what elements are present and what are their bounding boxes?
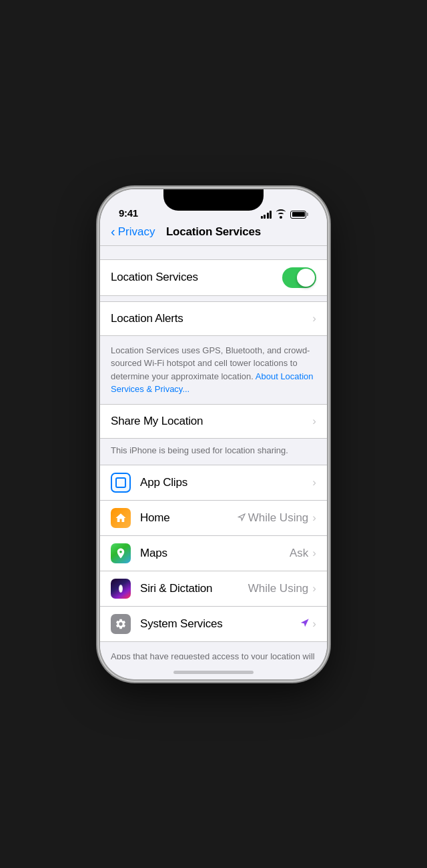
location-services-label: Location Services: [111, 271, 282, 284]
maps-value: Ask: [290, 547, 308, 560]
home-house-icon: [115, 512, 127, 524]
location-alerts-group: Location Alerts ›: [100, 301, 327, 336]
share-my-location-label: Share My Location: [111, 415, 312, 428]
svg-point-2: [120, 586, 122, 591]
apps-group: App Clips › Home: [100, 465, 327, 642]
toggle-knob: [297, 269, 315, 287]
siri-dictation-row[interactable]: Siri & Dictation While Using ›: [100, 571, 327, 606]
siri-dictation-value: While Using: [248, 582, 309, 595]
maps-label: Maps: [140, 547, 290, 560]
location-services-toggle[interactable]: [282, 267, 316, 288]
back-chevron-icon: ‹: [111, 225, 115, 238]
home-location-arrow-icon: [238, 513, 246, 523]
system-services-chevron-icon: ›: [312, 617, 316, 631]
system-services-label: System Services: [140, 617, 300, 631]
location-services-row[interactable]: Location Services: [100, 260, 327, 295]
siri-app-icon: [111, 579, 131, 599]
siri-wave-icon: [115, 583, 126, 595]
app-clips-row[interactable]: App Clips ›: [100, 465, 327, 500]
share-my-location-row[interactable]: Share My Location ›: [100, 405, 327, 438]
back-label: Privacy: [118, 225, 155, 239]
phone-shell: 9:41 ‹: [100, 189, 327, 679]
svg-marker-0: [238, 514, 245, 521]
home-row[interactable]: Home While Using ›: [100, 500, 327, 535]
home-label: Home: [140, 511, 238, 525]
location-alerts-label: Location Alerts: [111, 312, 312, 325]
gear-icon: [115, 618, 127, 630]
maps-marker-icon: [115, 547, 127, 559]
screen: 9:41 ‹: [100, 189, 327, 679]
maps-row[interactable]: Maps Ask ›: [100, 535, 327, 571]
home-value: While Using: [248, 511, 309, 525]
back-button[interactable]: ‹ Privacy: [111, 225, 155, 239]
home-app-icon: [111, 508, 131, 528]
page-title: Location Services: [166, 225, 261, 239]
system-services-row[interactable]: System Services ›: [100, 606, 327, 641]
share-my-location-chevron-icon: ›: [312, 415, 316, 428]
status-icons: [261, 211, 309, 219]
maps-app-icon: [111, 543, 131, 563]
home-indicator[interactable]: [173, 671, 254, 674]
system-services-location-arrow-icon: [300, 618, 310, 630]
system-services-app-icon: [111, 614, 131, 634]
location-services-group: Location Services: [100, 259, 327, 296]
app-clips-icon: [111, 473, 131, 493]
share-note-text: This iPhone is being used for location s…: [111, 445, 288, 455]
home-chevron-icon: ›: [312, 511, 316, 525]
nav-header: ‹ Privacy Location Services: [100, 223, 327, 246]
app-clips-chevron-icon: ›: [312, 476, 316, 489]
share-my-location-group: Share My Location ›: [100, 404, 327, 439]
description-block: Location Services uses GPS, Bluetooth, a…: [100, 336, 327, 404]
signal-icon: [261, 211, 272, 219]
svg-marker-3: [301, 619, 309, 627]
battery-icon: [290, 211, 308, 219]
app-clips-label: App Clips: [140, 476, 312, 489]
notch: [163, 189, 264, 211]
footer-note-text: Apps that have requested access to your …: [111, 650, 316, 659]
legend-block: Apps that have requested access to your …: [100, 642, 327, 659]
location-alerts-row[interactable]: Location Alerts ›: [100, 302, 327, 335]
siri-dictation-chevron-icon: ›: [312, 582, 316, 595]
description-text: Location Services uses GPS, Bluetooth, a…: [111, 345, 314, 395]
wifi-icon: [276, 211, 286, 219]
content-area: Location Services Location Alerts › Loca…: [100, 246, 327, 659]
maps-chevron-icon: ›: [312, 547, 316, 560]
share-note-block: This iPhone is being used for location s…: [100, 439, 327, 465]
location-alerts-chevron-icon: ›: [312, 312, 316, 325]
status-time: 9:41: [119, 207, 138, 219]
siri-dictation-label: Siri & Dictation: [140, 582, 248, 595]
